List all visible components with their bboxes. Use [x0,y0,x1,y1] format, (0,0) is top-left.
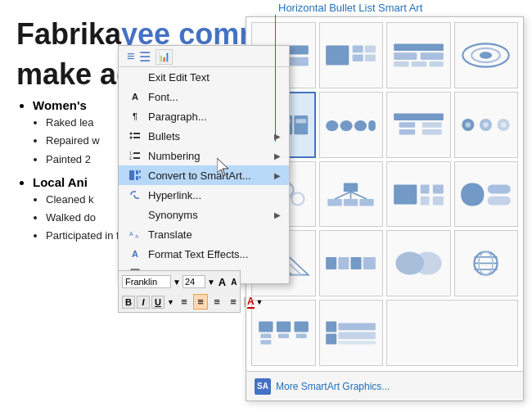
chart-icon: 📊 [156,49,173,65]
font-size-input[interactable] [183,275,205,288]
synonyms-arrow: ▶ [274,210,281,219]
menu-convert-smartart[interactable]: Convert to SmartArt... ▶ [119,165,289,185]
smartart-footer-icon: SA [255,378,271,395]
decrease-font-button[interactable]: A [229,277,238,287]
underline-button[interactable]: U [151,296,165,309]
svg-rect-90 [136,170,138,174]
synonyms-label: Synonyms [148,209,198,221]
svg-rect-40 [344,183,358,192]
exit-icon [127,70,143,84]
svg-rect-78 [339,323,376,331]
svg-rect-71 [294,321,308,332]
align-justify-button[interactable]: ≡ [226,295,241,309]
smartart-cell-11[interactable] [386,161,451,228]
format-toolbar-row2: B I U ▼ ≡ ≡ ≡ ≡ A ▼ [118,292,241,313]
font-color-arrow[interactable]: ▼ [256,298,264,306]
svg-rect-8 [394,52,417,60]
svg-rect-91 [136,176,138,180]
svg-point-83 [130,137,133,139]
svg-rect-49 [433,184,444,193]
numbering-arrow: ▶ [274,151,281,161]
svg-point-36 [501,122,507,128]
bullets-label: Bullets [148,130,180,142]
font-size-dropdown-arrow[interactable]: ▼ [207,278,215,287]
align-center-button[interactable]: ≡ [193,294,208,310]
smartart-cell-2[interactable] [319,22,384,88]
svg-rect-46 [360,198,374,206]
svg-rect-27 [399,122,415,128]
smartart-cell-6[interactable] [319,92,384,158]
font-label: Font... [148,91,178,103]
menu-icon-row: ≡ ☰ 📊 [127,49,173,65]
font-name-input[interactable] [122,275,171,288]
smartart-cell-17[interactable] [251,300,316,366]
numbering-label: Numbering [148,150,201,162]
highlight-color-button[interactable] [244,297,246,307]
bold-button[interactable]: B [122,296,135,309]
paragraph-label: Paragraph... [148,111,207,123]
svg-rect-77 [326,334,336,345]
smartart-cell-14[interactable] [319,230,384,296]
toolbar-dropdown-arrow[interactable]: ▼ [173,278,181,287]
smartart-cell-3[interactable] [386,22,451,88]
svg-point-34 [466,122,471,128]
increase-font-button[interactable]: A [217,275,228,289]
svg-line-43 [351,192,367,199]
svg-rect-24 [354,120,367,131]
svg-line-41 [335,192,351,199]
menu-synonyms[interactable]: Synonyms ▶ [119,205,289,224]
svg-rect-22 [326,120,338,131]
font-color-dropdown[interactable]: ▼ [166,297,175,307]
svg-point-81 [130,133,133,135]
svg-rect-44 [328,198,342,206]
smartart-label-line [275,15,276,142]
translate-icon: Aあ [127,228,143,241]
svg-rect-4 [353,54,363,61]
svg-rect-5 [365,45,376,52]
menu-font[interactable]: A Font... [119,87,289,106]
title-line2-text: make a [16,57,116,91]
menu-exit-edit-text[interactable]: Exit Edit Text [119,67,289,87]
bullet-icon-2: ☰ [139,49,151,65]
svg-rect-9 [420,52,443,60]
align-left-button[interactable]: ≡ [177,295,192,309]
svg-rect-12 [429,61,443,67]
align-right-button[interactable]: ≡ [210,295,224,309]
smartart-cell-18[interactable] [319,300,384,366]
smartart-cell-16[interactable] [454,230,519,296]
svg-rect-79 [339,332,376,340]
svg-rect-48 [420,184,429,193]
italic-button[interactable]: I [137,296,150,309]
svg-rect-93 [139,176,141,179]
title-text-1: Fabrika [16,17,121,51]
menu-translate[interactable]: Aあ Translate [119,224,289,244]
svg-rect-92 [139,170,141,173]
svg-rect-50 [420,196,429,205]
svg-rect-72 [260,334,271,338]
menu-bullets[interactable]: Bullets ▶ [119,126,289,146]
svg-rect-82 [133,133,140,134]
bullet-icon-1: ≡ [127,49,134,65]
smartart-cell-4[interactable] [454,22,519,88]
smartart-cell-8[interactable] [454,92,519,158]
svg-rect-10 [394,61,408,67]
smartart-cell-12[interactable] [454,161,519,228]
svg-rect-61 [363,257,376,269]
menu-hyperlink[interactable]: Hyperlink... [119,185,289,205]
smartart-cell-15[interactable] [386,230,451,296]
menu-format-text-effects[interactable]: A Format Text Effects... [119,244,289,264]
menu-paragraph[interactable]: ¶ Paragraph... [119,106,289,126]
svg-rect-26 [394,113,444,120]
svg-rect-76 [326,321,336,332]
synonyms-icon [127,208,143,221]
convert-smartart-label: Convert to SmartArt... [148,170,251,182]
smartart-menu-icon [127,169,143,182]
smartart-cell-7[interactable] [386,92,451,158]
more-smartart-button[interactable]: SA More SmartArt Graphics... [246,371,523,400]
svg-rect-54 [488,196,511,205]
context-menu: ≡ ☰ 📊 Exit Edit Text A Font... ¶ Paragra… [118,45,290,284]
smartart-cell-10[interactable] [319,161,384,228]
font-color-button[interactable]: A [247,296,255,309]
svg-rect-7 [394,43,444,51]
menu-numbering[interactable]: 1.2. Numbering ▶ [119,146,289,165]
